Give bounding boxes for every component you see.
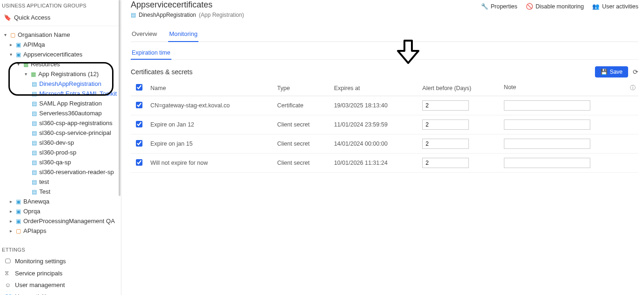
tree-item-csp-sp[interactable]: ▤ sl360-csp-service-principal xyxy=(0,128,121,138)
alert-input[interactable] xyxy=(422,158,469,168)
tree-item-apimqa[interactable]: ▸ ▣ APIMqa xyxy=(0,40,121,49)
tree-item-serverless[interactable]: ▤ Serverless360automap xyxy=(0,108,121,118)
quick-access[interactable]: 🔖 Quick Access xyxy=(0,11,121,24)
page-title: Appservicecertificates xyxy=(131,0,244,10)
header-actions: 🔧 Properties 🚫 Disable monitoring 👥 User… xyxy=(481,0,638,10)
tab-monitoring[interactable]: Monitoring xyxy=(168,27,198,42)
settings-service-principals[interactable]: ⧖ Service principals xyxy=(0,267,121,279)
col-alert[interactable]: Alert before (Days) xyxy=(419,80,501,96)
sidebar: USINESS APPLICATION GROUPS 🔖 Quick Acces… xyxy=(0,0,121,295)
breadcrumb: ▤ DineshAppRegistration (App Registratio… xyxy=(131,12,244,18)
module-icon: ▣ xyxy=(15,208,21,215)
tree-item-res-reader[interactable]: ▤ sl360-reservation-reader-sp xyxy=(0,167,121,177)
tree-label: sl360-reservation-reader-sp xyxy=(39,169,114,176)
chevron-down-icon: ▾ xyxy=(8,52,13,57)
tree-label: sl360-csp-service-principal xyxy=(39,129,111,136)
tree-item-test1[interactable]: ▤ test xyxy=(0,177,121,187)
col-expires[interactable]: Expires at xyxy=(331,80,419,96)
settings-user-activities[interactable]: 👥 User activities xyxy=(0,291,121,295)
main-tabs: Overview Monitoring xyxy=(131,27,638,42)
row-checkbox[interactable] xyxy=(136,140,142,147)
user-icon: ☺ xyxy=(5,281,11,288)
tree-label: DineshAppRegistration xyxy=(39,80,101,87)
tree-item-dev[interactable]: ▤ sl360-dev-sp xyxy=(0,138,121,148)
alert-input[interactable] xyxy=(422,139,469,149)
table-row: Expire on jan 15Client secret14/01/2024 … xyxy=(131,134,638,154)
tree-item-org[interactable]: ▾ ▢ Organisation Name xyxy=(0,30,121,40)
settings-monitoring[interactable]: 🖵 Monitoring settings xyxy=(0,255,121,267)
table-row: Expire on Jan 12Client secret11/01/2024 … xyxy=(131,115,638,134)
users-icon: 👥 xyxy=(5,293,11,295)
tree-item-banewqa[interactable]: ▸ ▣ BAnewqa xyxy=(0,197,121,206)
tree-item-dinesh[interactable]: ▤ DineshAppRegistration xyxy=(0,79,121,89)
tree-label: APIapps xyxy=(23,227,46,234)
tree-item-oprqa[interactable]: ▸ ▣ Oprqa xyxy=(0,206,121,216)
row-checkbox[interactable] xyxy=(136,159,142,166)
app-icon: ▤ xyxy=(31,149,37,156)
disable-monitoring-button[interactable]: 🚫 Disable monitoring xyxy=(526,3,584,10)
tree-label: sl360-prod-sp xyxy=(39,149,77,156)
module-icon: ▣ xyxy=(15,218,21,225)
info-icon[interactable]: ⓘ xyxy=(630,84,636,92)
tree-item-apiapps[interactable]: ▸ ▢ APIapps xyxy=(0,226,121,236)
tree-item-test2[interactable]: ▤ Test xyxy=(0,187,121,197)
cell-type: Client secret xyxy=(275,115,332,134)
refresh-icon: ⟳ xyxy=(633,68,638,76)
module-icon: ▣ xyxy=(15,198,21,205)
settings-header: ETTINGS xyxy=(0,244,121,255)
tree-item-qa[interactable]: ▤ sl360-qa-sp xyxy=(0,157,121,167)
select-all-checkbox[interactable] xyxy=(136,84,142,91)
sidebar-scrollbar[interactable] xyxy=(118,0,121,295)
col-type[interactable]: Type xyxy=(275,80,332,96)
save-button[interactable]: 💾 Save xyxy=(595,66,628,77)
cell-type: Client secret xyxy=(275,154,332,173)
refresh-button[interactable]: ⟳ xyxy=(633,68,638,76)
row-checkbox[interactable] xyxy=(136,102,142,108)
note-input[interactable] xyxy=(504,139,590,149)
tree-item-app-registrations[interactable]: ▾ ▦ App Registrations (12) xyxy=(0,69,121,79)
save-icon: 💾 xyxy=(601,69,608,75)
tree-item-csp-app[interactable]: ▤ sl360-csp-app-registrations xyxy=(0,118,121,128)
chevron-right-icon: ▸ xyxy=(8,218,13,224)
note-input[interactable] xyxy=(504,100,590,111)
tree-item-entra[interactable]: ▤ Microsoft Entra SAML Toolkit xyxy=(0,89,121,98)
module-icon: ▣ xyxy=(15,51,21,58)
breadcrumb-name[interactable]: DineshAppRegistration xyxy=(139,12,196,18)
app-icon: ▤ xyxy=(31,159,37,166)
note-input[interactable] xyxy=(504,119,590,130)
save-label: Save xyxy=(610,69,623,75)
tree-label: test xyxy=(39,178,49,185)
col-note[interactable]: Noteⓘ xyxy=(501,80,638,96)
cell-name: Will not expire for now xyxy=(148,154,275,173)
alert-input[interactable] xyxy=(422,100,469,111)
tab-overview[interactable]: Overview xyxy=(131,27,158,42)
subtab-expiration[interactable]: Expiration time xyxy=(131,47,171,60)
row-checkbox[interactable] xyxy=(136,121,142,127)
tree-item-saml[interactable]: ▤ SAML App Registration xyxy=(0,98,121,108)
col-name[interactable]: Name xyxy=(148,80,275,96)
app-icon: ▤ xyxy=(31,140,37,146)
tree-label: sl360-dev-sp xyxy=(39,139,74,146)
app-icon: ▤ xyxy=(131,12,136,18)
tree-label: Microsoft Entra SAML Toolkit xyxy=(39,90,117,97)
chevron-right-icon: ▸ xyxy=(8,228,13,233)
user-activities-button[interactable]: 👥 User activities xyxy=(592,3,638,10)
note-input[interactable] xyxy=(504,158,590,168)
tree-item-appservicecertificates[interactable]: ▾ ▣ Appservicecertificates xyxy=(0,49,121,59)
table-row: Will not expire for nowClient secret10/0… xyxy=(131,154,638,173)
alert-input[interactable] xyxy=(422,119,469,130)
action-label: Properties xyxy=(491,3,517,10)
sub-tabs: Expiration time xyxy=(131,47,638,60)
tree-item-prod[interactable]: ▤ sl360-prod-sp xyxy=(0,148,121,157)
app-icon: ▤ xyxy=(31,81,37,87)
cell-name: CN=gateway-stag-ext.koval.co xyxy=(148,96,275,115)
app-icon: ▤ xyxy=(31,169,37,176)
chevron-right-icon: ▸ xyxy=(8,209,13,214)
tree-item-resources[interactable]: ▾ ▦ Resources xyxy=(0,59,121,69)
module-icon: ▣ xyxy=(15,42,21,48)
properties-button[interactable]: 🔧 Properties xyxy=(481,3,517,10)
bookmark-icon: 🔖 xyxy=(4,14,11,21)
tree-label: sl360-qa-sp xyxy=(39,159,71,166)
tree-item-opm[interactable]: ▸ ▣ OrderProcessingManagement QA xyxy=(0,216,121,226)
settings-user-management[interactable]: ☺ User management xyxy=(0,279,121,291)
